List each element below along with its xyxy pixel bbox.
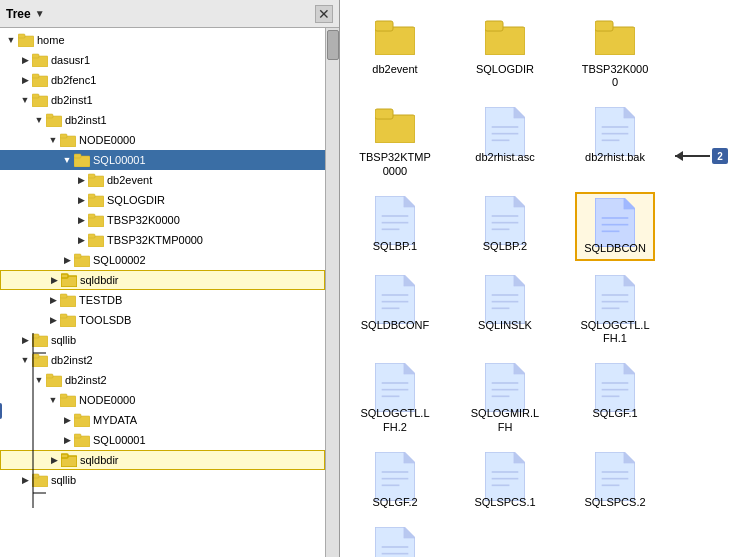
tree-item-sqllib-1[interactable]: ▶ sqllib [0, 330, 325, 350]
svg-rect-8 [32, 74, 39, 78]
file-item-sqlgf-1[interactable]: SQLGF.1 [575, 359, 655, 437]
tree-item-sqlogdir[interactable]: ▶ SQLOGDIR [0, 190, 325, 210]
expander-db2inst1[interactable]: ▼ [32, 113, 46, 127]
tree-item-testdb[interactable]: ▶ TESTDB [0, 290, 325, 310]
tree-item-toolsdb[interactable]: ▶ TOOLSDB [0, 310, 325, 330]
file-item-sqldbcon[interactable]: SQLDBCON [575, 192, 655, 261]
expander-dasusr1[interactable]: ▶ [18, 53, 32, 67]
file-item-sqlogctl-lfh-1[interactable]: SQLOGCTL.LFH.1 [575, 271, 655, 349]
expander-node0000-1[interactable]: ▼ [46, 133, 60, 147]
expander-sqlogdir[interactable]: ▶ [74, 193, 88, 207]
expander-db2event[interactable]: ▶ [74, 173, 88, 187]
expander-sqllib-2[interactable]: ▶ [18, 473, 32, 487]
svg-rect-56 [375, 109, 393, 119]
file-item-sqltmplk[interactable]: SQLTMPLK [355, 523, 435, 557]
tree-item-label-sqldbdir-2: sqldbdir [80, 454, 119, 466]
file-item-db2event[interactable]: db2event [355, 15, 435, 93]
tree-dropdown-icon[interactable]: ▼ [35, 8, 45, 19]
tree-item-tbsp32k0000[interactable]: ▶ TBSP32K0000 [0, 210, 325, 230]
badge-1: 1 [0, 403, 2, 419]
tree-item-mydata[interactable]: ▶ MYDATA [0, 410, 325, 430]
expander-sql00002[interactable]: ▶ [60, 253, 74, 267]
expander-sqldbdir-2[interactable]: ▶ [47, 453, 61, 467]
file-item-sqldbconf[interactable]: SQLDBCONF [355, 271, 435, 349]
file-item-sqlogmir-lfh[interactable]: SQLOGMIR.LFH [465, 359, 545, 437]
file-item-sqlspcs-1[interactable]: SQLSPCS.1 [465, 448, 545, 513]
tree-item-node0000-2[interactable]: ▼ NODE0000 [0, 390, 325, 410]
expander-db2inst2-root[interactable]: ▼ [18, 353, 32, 367]
tree-item-sqldbdir-2[interactable]: ▶ sqldbdir [0, 450, 325, 470]
tree-item-db2inst1-root[interactable]: ▼ db2inst1 [0, 90, 325, 110]
tree-item-sql00001[interactable]: ▼ SQL00001 [0, 150, 325, 170]
file-item-sqlinslk[interactable]: SQLINSLK [465, 271, 545, 349]
tree-item-sql00002[interactable]: ▶ SQL00002 [0, 250, 325, 270]
tree-item-node0000-1[interactable]: ▼ NODE0000 [0, 130, 325, 150]
expander-toolsdb[interactable]: ▶ [46, 313, 60, 327]
file-item-tbsp32k0000[interactable]: TBSP32K0000 [575, 15, 655, 93]
tree-item-sql00001-2[interactable]: ▶ SQL00001 [0, 430, 325, 450]
svg-marker-73 [514, 196, 525, 207]
tree-item-sqllib-2[interactable]: ▶ sqllib [0, 470, 325, 490]
tree-item-tbsp32ktmp0000[interactable]: ▶ TBSP32KTMP0000 [0, 230, 325, 250]
tree-item-home[interactable]: ▼ home [0, 30, 325, 50]
tree-item-sqldbdir-1[interactable]: ▶ sqldbdir [0, 270, 325, 290]
file-icon-db2event [375, 19, 415, 59]
tree-title: Tree [6, 7, 31, 21]
tree-item-dasusr1[interactable]: ▶ dasusr1 [0, 50, 325, 70]
folder-icon-sqllib-2 [32, 473, 48, 487]
file-item-sqlgf-2[interactable]: SQLGF.2 [355, 448, 435, 513]
file-item-sqlogdir[interactable]: SQLOGDIR [465, 15, 545, 93]
file-item-sqlbp-1[interactable]: SQLBP.1 [355, 192, 435, 261]
scrollbar-thumb[interactable] [327, 30, 339, 60]
tree-item-label-sqllib-1: sqllib [51, 334, 76, 346]
expander-sql00001-2[interactable]: ▶ [60, 433, 74, 447]
file-icon-sqlogdir [485, 19, 525, 59]
svg-marker-118 [514, 452, 525, 463]
expander-node0000-2[interactable]: ▼ [46, 393, 60, 407]
file-icon-db2rhist-bak [595, 107, 635, 147]
expander-home[interactable]: ▼ [4, 33, 18, 47]
svg-rect-18 [88, 174, 95, 178]
file-icon-sqlogctl-lfh-1 [595, 275, 635, 315]
folder-icon-db2event [88, 173, 104, 187]
expander-sqllib-1[interactable]: ▶ [18, 333, 32, 347]
close-button[interactable]: ✕ [315, 5, 333, 23]
expander-mydata[interactable]: ▶ [60, 413, 74, 427]
expander-sqldbdir-1[interactable]: ▶ [47, 273, 61, 287]
tree-item-db2event[interactable]: ▶ db2event [0, 170, 325, 190]
folder-icon-node0000-1 [60, 133, 76, 147]
expander-tbsp32ktmp0000[interactable]: ▶ [74, 233, 88, 247]
file-item-db2rhist-bak[interactable]: db2rhist.bak [575, 103, 655, 181]
file-item-tbsp32ktmp0000[interactable]: TBSP32KTMP0000 [355, 103, 435, 181]
tree-item-db2inst2-root[interactable]: ▼ db2inst2 [0, 350, 325, 370]
file-item-sqlbp-2[interactable]: SQLBP.2 [465, 192, 545, 261]
file-label-sqldbconf: SQLDBCONF [361, 319, 429, 332]
tree-scrollbar[interactable] [325, 28, 339, 557]
file-item-sqlogctl-lfh-2[interactable]: SQLOGCTL.LFH.2 [355, 359, 435, 437]
folder-icon-mydata [74, 413, 90, 427]
expander-testdb[interactable]: ▶ [46, 293, 60, 307]
file-icon-sqlbp-1 [375, 196, 415, 236]
expander-tbsp32k0000[interactable]: ▶ [74, 213, 88, 227]
svg-marker-127 [375, 527, 415, 557]
file-icon-sqlspcs-1 [485, 452, 525, 492]
tree-item-label-db2inst2-root: db2inst2 [51, 354, 93, 366]
svg-rect-48 [32, 474, 39, 478]
folder-icon-sql00002 [74, 253, 90, 267]
file-item-db2rhist-asc[interactable]: db2rhist.asc [465, 103, 545, 181]
tree-item-db2fenc1[interactable]: ▶ db2fenc1 [0, 70, 325, 90]
file-item-sqlspcs-2[interactable]: SQLSPCS.2 [575, 448, 655, 513]
svg-rect-54 [595, 21, 613, 31]
expander-db2fenc1[interactable]: ▶ [18, 73, 32, 87]
file-icon-db2rhist-asc [485, 107, 525, 147]
file-label-sqlspcs-1: SQLSPCS.1 [474, 496, 535, 509]
svg-marker-78 [624, 198, 635, 209]
tree-item-db2inst2[interactable]: ▼ db2inst2 [0, 370, 325, 390]
tree-item-db2inst1[interactable]: ▼ db2inst1 [0, 110, 325, 130]
svg-rect-4 [18, 34, 25, 38]
expander-sql00001[interactable]: ▼ [60, 153, 74, 167]
expander-db2inst2[interactable]: ▼ [32, 373, 46, 387]
tree-item-label-sqlogdir: SQLOGDIR [107, 194, 165, 206]
folder-icon-home [18, 33, 34, 47]
expander-db2inst1-root[interactable]: ▼ [18, 93, 32, 107]
